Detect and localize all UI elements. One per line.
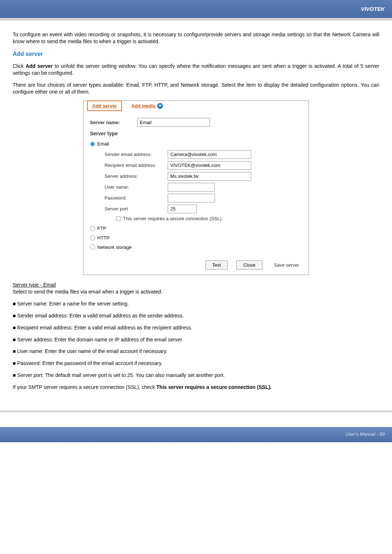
chevron-down-icon [157,103,163,109]
radio-http[interactable] [90,235,95,241]
radio-ftp-row[interactable]: FTP [90,225,302,232]
list-item: Server address: Enter the domain name or… [13,336,379,343]
server-type-label: Server type [90,130,302,137]
close-button[interactable]: Close [236,260,262,270]
test-button[interactable]: Test [205,260,228,270]
list-item: User name: Enter the user name of the em… [13,348,379,355]
sender-input[interactable] [168,150,251,159]
add-server-heading: Add server [13,50,379,58]
sender-label: Sender email address: [99,151,168,158]
radio-http-label: HTTP [97,235,110,241]
recipient-input[interactable] [168,161,251,170]
dialog-buttons: Test Close Save server [83,258,309,275]
email-fields: Sender email address: Recipient email ad… [99,150,302,222]
page-content: To configure an event with video recordi… [0,20,392,410]
server-name-row: Server name: [90,118,302,127]
ssl-checkbox[interactable] [116,216,121,221]
radio-network-row[interactable]: Network storage [90,244,302,251]
form-body: Server name: Server type Email Sender em… [83,111,309,258]
tabs-row: Add server Add media [83,100,309,111]
header-bar: VIVOTEK [0,0,392,18]
port-label: Server port [99,206,168,212]
add-server-desc-2: There are four choices of server types a… [13,82,379,95]
page-number: User's Manual - 89 [345,431,385,437]
port-input[interactable] [168,205,197,213]
recipient-label: Recipient email address: [99,162,168,169]
tab-add-server[interactable]: Add server [87,100,122,111]
text-fragment: to unfold the server setting window. You… [13,63,379,76]
server-dialog: Add server Add media Server name: Server… [83,100,309,275]
list-item: Password: Enter the password of the emai… [13,360,379,367]
list-item: Server port: The default mail server por… [13,372,379,379]
radio-email[interactable] [90,141,95,147]
radio-ftp-label: FTP [97,225,106,232]
password-label: Password: [99,195,168,201]
footer-bar: User's Manual - 89 [0,427,392,442]
email-desc-intro: Select to send the media files via email… [13,288,379,295]
username-label: User name: [99,184,168,190]
list-item: Server name: Enter a name for the server… [13,300,379,307]
list-item: Sender email address: Enter a valid emai… [13,312,379,319]
server-type-email-label: Server type - Email [13,282,56,288]
password-input[interactable] [168,194,215,202]
footer-divider [0,410,392,413]
radio-email-row[interactable]: Email [90,141,302,147]
server-name-input[interactable] [137,118,210,127]
ssl-row[interactable]: This server requires a secure connection… [116,216,302,222]
ssl-note: If your SMTP server requires a secure co… [13,384,379,391]
field-descriptions: Server name: Enter a name for the server… [13,300,379,379]
radio-ftp[interactable] [90,226,95,231]
server-name-label: Server name: [90,119,137,126]
radio-http-row[interactable]: HTTP [90,235,302,241]
server-address-input[interactable] [168,172,251,181]
ssl-label: This server requires a secure connection… [123,216,222,222]
add-server-bold: Add server [26,63,53,69]
tab-add-media-label: Add media [131,103,155,109]
brand-text: VIVOTEK [361,6,385,12]
tab-add-media[interactable]: Add media [130,100,164,111]
intro-paragraph: To configure an event with video recordi… [13,31,379,45]
radio-network-label: Network storage [97,244,132,251]
ssl-bold-text: This server requires a secure connection… [156,384,271,390]
radio-email-label: Email [97,141,109,147]
server-address-label: Server address: [99,173,168,180]
server-type-email-header: Server type - Email [13,282,379,288]
radio-network[interactable] [90,245,95,250]
save-server-button[interactable]: Save server [271,261,302,269]
text-fragment: Click [13,63,26,69]
list-item: Recipient email address: Enter a valid e… [13,324,379,331]
add-server-desc-1: Click Add server to unfold the server se… [13,63,379,77]
username-input[interactable] [168,183,215,192]
text-fragment: If your SMTP server requires a secure co… [13,384,156,390]
